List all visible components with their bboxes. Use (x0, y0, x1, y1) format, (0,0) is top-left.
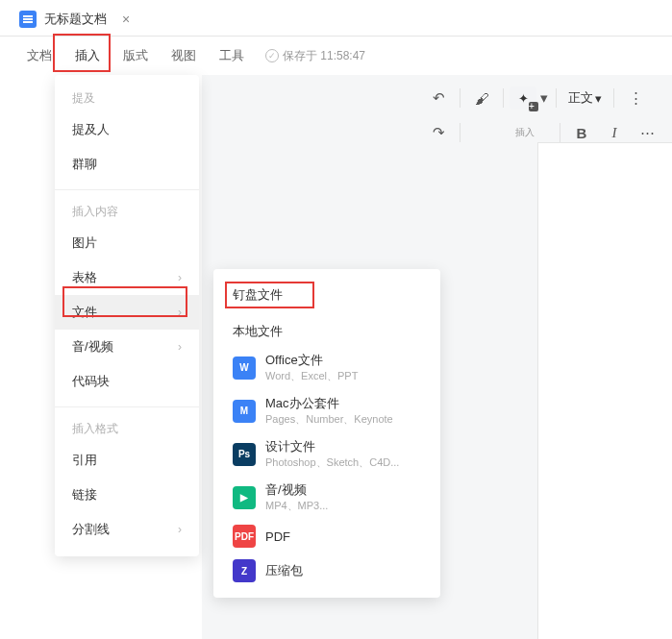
file-submenu: 钉盘文件 本地文件 W Office文件 Word、Excel、PPT M Ma… (213, 269, 440, 598)
menu-divider-insert[interactable]: 分割线› (55, 512, 199, 547)
file-type-icon: M (233, 400, 256, 423)
file-type-name: Office文件 (265, 352, 358, 369)
file-type-row[interactable]: ▶ 音/视频 MP4、MP3... (213, 476, 440, 519)
section-mention-label: 提及 (55, 85, 199, 112)
menu-tools[interactable]: 工具 (210, 41, 254, 70)
menu-bar: 文档 插入 版式 视图 工具 ✓ 保存于 11:58:47 (0, 37, 672, 75)
add-dropdown[interactable]: ▾ (538, 85, 550, 111)
doc-icon (19, 11, 37, 28)
text-style-select[interactable]: 正文 ▾ (562, 89, 608, 107)
menu-image[interactable]: 图片 (55, 226, 199, 260)
document-canvas[interactable] (537, 142, 672, 639)
check-icon: ✓ (265, 49, 279, 62)
dingpan-file[interactable]: 钉盘文件 (213, 283, 440, 313)
file-type-desc: Photoshop、Sketch、C4D... (265, 455, 399, 470)
chevron-right-icon: › (178, 306, 182, 319)
file-type-row[interactable]: PDF PDF (213, 519, 440, 553)
add-button[interactable]: ✦+ (510, 86, 536, 110)
more-icon[interactable]: ⋮ (620, 85, 651, 111)
section-format-label: 插入格式 (55, 415, 199, 443)
file-type-icon: Ps (233, 443, 256, 466)
redo-button[interactable]: ↷ (423, 119, 454, 146)
menu-audiovideo[interactable]: 音/视频› (55, 330, 199, 364)
local-file-label: 本地文件 (213, 313, 440, 346)
file-type-icon: W (233, 356, 256, 380)
document-tab[interactable]: 无标题文档 × (6, 3, 143, 36)
file-type-desc: Pages、Number、Keynote (265, 412, 393, 427)
file-type-row[interactable]: Ps 设计文件 Photoshop、Sketch、C4D... (213, 432, 440, 476)
section-content-label: 插入内容 (55, 198, 199, 226)
divider (55, 406, 199, 407)
menu-group-chat[interactable]: 群聊 (55, 147, 199, 182)
tab-title: 无标题文档 (44, 11, 107, 28)
file-type-name: 压缩包 (265, 562, 303, 579)
file-type-row[interactable]: W Office文件 Word、Excel、PPT (213, 346, 440, 389)
chevron-right-icon: › (178, 271, 182, 284)
more-format-button[interactable]: ⋯ (632, 119, 662, 146)
menu-codeblock[interactable]: 代码块 (55, 364, 199, 399)
file-type-icon: Z (233, 559, 256, 582)
file-type-icon: ▶ (233, 486, 256, 509)
file-type-name: PDF (265, 529, 290, 544)
menu-quote[interactable]: 引用 (55, 443, 199, 478)
bold-button[interactable]: B (566, 119, 597, 146)
menu-mention-person[interactable]: 提及人 (55, 112, 199, 147)
menu-doc[interactable]: 文档 (17, 41, 62, 70)
insert-label: 插入 (510, 126, 540, 139)
close-icon[interactable]: × (122, 12, 130, 27)
file-type-name: 音/视频 (265, 481, 328, 499)
menu-insert[interactable]: 插入 (65, 41, 110, 70)
file-type-row[interactable]: M Mac办公套件 Pages、Number、Keynote (213, 389, 440, 432)
menu-link[interactable]: 链接 (55, 478, 199, 512)
undo-button[interactable]: ↶ (423, 85, 454, 111)
file-type-icon: PDF (233, 525, 256, 548)
chevron-right-icon: › (178, 523, 182, 536)
format-painter-button[interactable]: 🖌 (466, 85, 497, 111)
file-type-desc: MP4、MP3... (265, 499, 328, 513)
file-type-name: Mac办公套件 (265, 395, 393, 412)
italic-button[interactable]: I (599, 119, 630, 146)
file-type-desc: Word、Excel、PPT (265, 369, 358, 383)
tab-bar: 无标题文档 × (0, 0, 672, 37)
file-type-row[interactable]: Z 压缩包 (213, 553, 440, 588)
insert-dropdown: 提及 提及人 群聊 插入内容 图片 表格› 文件› 音/视频› 代码块 插入格式… (55, 75, 199, 556)
saved-label: 保存于 11:58:47 (283, 48, 365, 64)
chevron-right-icon: › (178, 340, 182, 354)
menu-view[interactable]: 视图 (162, 41, 206, 70)
menu-table[interactable]: 表格› (55, 260, 199, 295)
saved-status: ✓ 保存于 11:58:47 (265, 48, 365, 64)
menu-file[interactable]: 文件› (55, 295, 199, 330)
toolbar: ↶ 🖌 ✦+ ▾ 正文 ▾ ⋮ ↷ 插入 B I ⋯ (413, 75, 672, 142)
menu-layout[interactable]: 版式 (113, 41, 158, 70)
divider (55, 189, 199, 190)
file-type-name: 设计文件 (265, 438, 399, 455)
